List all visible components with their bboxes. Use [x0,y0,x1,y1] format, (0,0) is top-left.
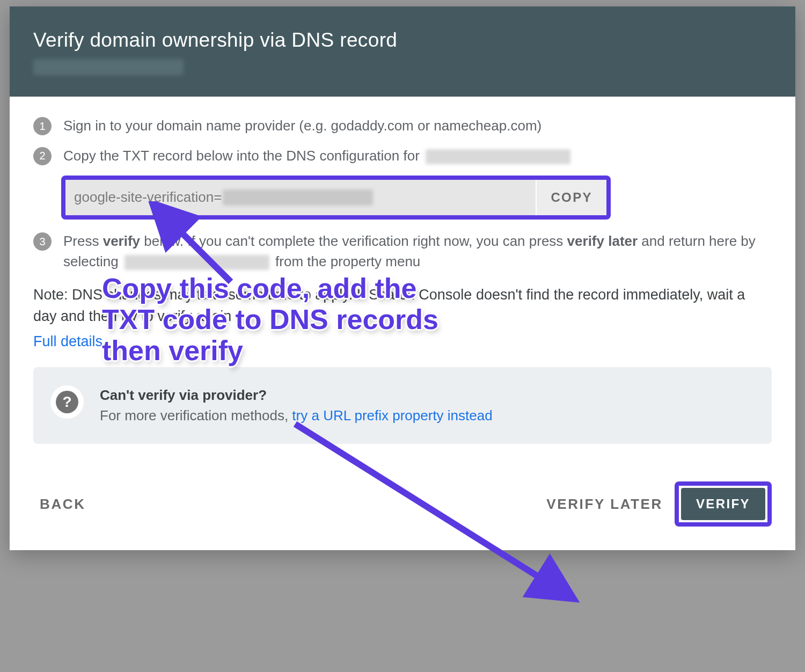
verify-later-button[interactable]: VERIFY LATER [540,488,669,520]
step-2: 2 Copy the TXT record below into the DNS… [33,146,772,166]
txt-record-box: google-site-verification= COPY [61,176,611,220]
dialog-title: Verify domain ownership via DNS record [33,29,772,52]
step-number: 3 [33,232,52,251]
hint-text: Can't verify via provider? For more veri… [100,385,493,426]
step-2-text: Copy the TXT record below into the DNS c… [63,146,772,166]
hint-panel: ? Can't verify via provider? For more ve… [33,367,772,444]
back-button[interactable]: BACK [33,488,92,520]
hint-subtitle: For more verification methods, try a URL… [100,406,493,426]
redacted-txt-token [223,189,373,206]
dialog-body: 1 Sign in to your domain name provider (… [10,97,795,460]
help-icon: ? [50,385,84,419]
step-1-text: Sign in to your domain name provider (e.… [63,116,772,136]
redacted-domain [33,59,184,75]
redacted-domain-inline [426,149,570,164]
txt-record-prefix: google-site-verification= [74,187,222,208]
verify-domain-dialog: Verify domain ownership via DNS record 1… [10,6,795,550]
txt-record-value[interactable]: google-site-verification= [65,180,536,215]
hint-title: Can't verify via provider? [100,385,493,406]
dns-note: Note: DNS changes may take some time to … [33,284,772,352]
redacted-domain-inline [125,255,269,270]
step-3-text: Press verify below. If you can't complet… [63,231,772,272]
step-number: 2 [33,147,52,165]
verify-button[interactable]: VERIFY [681,488,765,520]
question-mark-icon: ? [56,391,78,413]
full-details-link[interactable]: Full details [33,331,103,352]
verify-button-highlight: VERIFY [675,481,772,527]
step-number: 1 [33,117,52,135]
dns-note-text: Note: DNS changes may take some time to … [33,287,745,324]
step-2-text-part: Copy the TXT record below into the DNS c… [63,148,423,164]
dialog-footer: BACK VERIFY LATER VERIFY [10,460,795,550]
step-1: 1 Sign in to your domain name provider (… [33,116,772,136]
step-3: 3 Press verify below. If you can't compl… [33,231,772,272]
dialog-header: Verify domain ownership via DNS record [10,6,795,97]
copy-button[interactable]: COPY [536,180,606,215]
url-prefix-link[interactable]: try a URL prefix property instead [292,407,492,423]
